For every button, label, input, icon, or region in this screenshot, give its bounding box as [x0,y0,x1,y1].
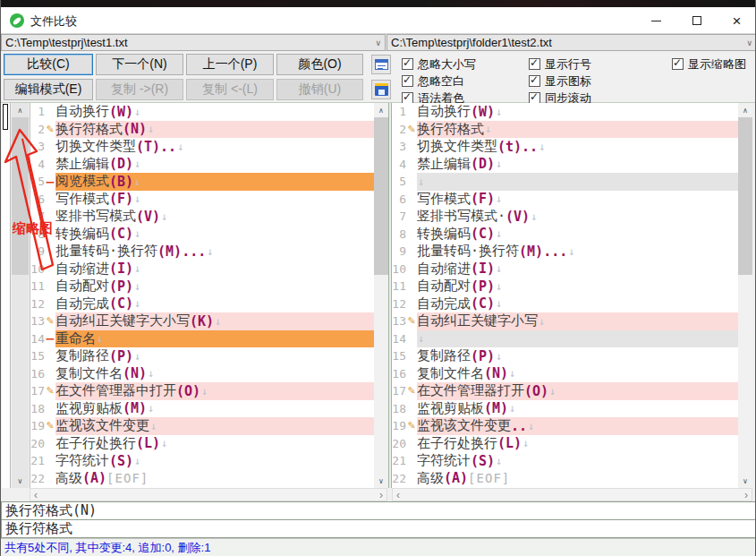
compare-button[interactable]: 比较(C) [4,54,93,75]
line-number: 20 [392,437,406,450]
code-line[interactable]: 4禁止编辑(D)↓ [392,156,738,174]
code-line[interactable]: 5↓ [392,173,738,191]
status-bar: 共有5处不同, 其中变更:4, 追加:0, 删除:1 [1,538,756,556]
line-number: 14 [392,332,406,346]
thumbnail-minimap[interactable] [2,103,11,488]
code-line[interactable]: 22高级(A)[EOF] [30,470,374,488]
scrollbar-thumb[interactable] [374,117,388,275]
line-text: 自动纠正关键字大小写(K)↓ [55,312,374,330]
code-line[interactable]: 14−重命名↓ [30,330,374,348]
prev-diff-button[interactable]: 上一个(P) [186,54,274,75]
code-line[interactable]: 16复制文件名(N)↓ [392,365,738,383]
checkbox-ignore-case[interactable]: ✓忽略大小写 [402,56,529,73]
edit-mode-button[interactable]: 编辑模式(E) [4,79,93,100]
scroll-down-icon[interactable]: ∨ [374,474,388,488]
code-line[interactable]: 13✎自动纠正关键字大小写(K)↓ [30,312,374,330]
scroll-down-icon[interactable]: ∨ [738,474,752,488]
code-line[interactable]: 17✎在文件管理器打开(O)↓ [392,382,738,400]
eol-arrow-icon: ↓ [522,437,529,449]
left-horizontal-scrollbar[interactable]: ‹ › [30,488,387,501]
next-diff-button[interactable]: 下一个(N) [96,54,183,75]
scroll-up-icon[interactable]: ∧ [12,103,29,117]
scroll-down-icon[interactable]: ∨ [12,474,29,488]
scroll-left-icon[interactable]: ‹ [393,490,403,500]
code-line[interactable]: 2✎换行符格式(N)↓ [30,121,374,139]
dropdown-arrow-icon[interactable]: ∨ [746,38,752,47]
scrollbar-thumb[interactable] [12,117,29,275]
code-line[interactable]: 16复制文件名(N)↓ [30,365,374,383]
code-line[interactable]: 6写作模式(F)↓ [30,191,374,209]
modified-pencil-icon: ✎ [406,124,417,135]
right-horizontal-scrollbar[interactable]: ‹ › [392,488,752,501]
left-editor-vertical-scrollbar[interactable]: ∧ ∨ [374,103,388,488]
code-line[interactable]: 11自动配对(P)↓ [30,278,374,295]
close-button[interactable]: × [717,7,756,34]
code-line[interactable]: 7竖排书写模式·(V)↓ [392,208,738,226]
checkbox-show-line-numbers[interactable]: ✓显示行号 [529,56,672,73]
code-line[interactable]: 19✎监视该文件变更..↓ [392,417,738,435]
dropdown-arrow-icon[interactable]: ∨ [375,38,381,47]
code-line[interactable]: 12自动完成(C)↓ [392,295,738,313]
code-line[interactable]: 19✎监视该文件变更↓ [30,417,374,435]
left-file-path-combo[interactable]: C:\Temp\testprj\test1.txt ∨ [1,34,386,51]
code-line[interactable]: 1自动换行(W)↓ [392,103,738,121]
copy-to-right-button[interactable]: 复制 ->(R) [96,79,183,100]
scroll-up-icon[interactable]: ∧ [374,103,388,117]
code-line[interactable]: 9批量转码·换行符(M)...↓ [392,243,738,261]
diff-preview-line-1: 换行符格式(N) [1,501,756,520]
minimap-viewport-indicator[interactable] [3,104,8,130]
code-line[interactable]: 6写作模式(F)↓ [392,191,738,209]
eol-arrow-icon: ↓ [134,227,140,240]
code-line[interactable]: 7竖排书写模式(V)↓ [30,208,374,226]
code-line[interactable]: 15复制路径(P)↓ [392,347,738,365]
code-line[interactable]: 14↓ [392,330,738,348]
scroll-up-icon[interactable]: ∧ [738,103,752,117]
code-line[interactable]: 18监视剪贴板(M)↓ [30,400,374,418]
thumbnail-scrollbar[interactable]: ∧ ∨ [12,103,29,488]
code-line[interactable]: 3切换文件类型(t)..↓ [392,138,738,156]
code-line[interactable]: 13✎自动纠正关键字小写↓ [392,312,738,330]
color-button[interactable]: 颜色(O) [276,54,363,75]
code-line[interactable]: 8转换编码(C)↓ [30,226,374,244]
code-line[interactable]: 17✎在文件管理器中打开(O)↓ [30,382,374,400]
code-line[interactable]: 11自动配对(P)↓ [392,278,738,295]
line-number: 18 [30,402,45,415]
minimize-button[interactable] [636,7,676,34]
code-line[interactable]: 1自动换行(W)↓ [30,103,374,121]
code-line[interactable]: 10自动缩进(I)↓ [30,261,374,278]
code-line[interactable]: 2✎换行符格式↓ [392,121,738,139]
code-line[interactable]: 21字符统计(S)↓ [30,452,374,470]
line-text: 监视剪贴板(M)↓ [417,400,738,418]
scrollbar-thumb[interactable] [738,117,752,275]
checkbox-ignore-blank[interactable]: ✓忽略空白 [402,73,529,90]
scroll-right-icon[interactable]: › [376,490,386,500]
code-line[interactable]: 5−阅览模式(B)↓ [30,173,374,191]
right-file-path-combo[interactable]: C:\Temp\testprj\folder1\test2.txt ∨ [386,34,756,51]
copy-to-left-button[interactable]: 复制 <-(L) [186,79,274,100]
left-editor-panel[interactable]: 1自动换行(W)↓2✎换行符格式(N)↓3切换文件类型(T)..↓4禁止编辑(D… [30,103,374,488]
eol-arrow-icon: ↓ [207,245,213,258]
line-text: 自动配对(P)↓ [55,278,374,295]
undo-button[interactable]: 撤销(U) [276,79,363,100]
code-line[interactable]: 12自动完成(C)↓ [30,295,374,313]
scroll-left-icon[interactable]: ‹ [30,490,41,500]
code-line[interactable]: 4禁止编辑(D)↓ [30,156,374,174]
console-window-button[interactable] [371,55,391,74]
checkbox-show-thumbnail[interactable]: ✓显示缩略图 [672,56,746,73]
save-button[interactable] [371,80,391,99]
code-line[interactable]: 20在子行处换行(L)↓ [392,435,738,453]
code-line[interactable]: 22高级(A)[EOF] [392,470,738,488]
code-line[interactable]: 9批量转码·换行符(M)...↓ [30,243,374,261]
code-line[interactable]: 15复制路径(P)↓ [30,347,374,365]
code-line[interactable]: 21字符统计(S)↓ [392,452,738,470]
code-line[interactable]: 20在子行处换行(L)↓ [30,435,374,453]
scroll-right-icon[interactable]: › [741,490,752,500]
maximize-button[interactable] [676,7,717,34]
code-line[interactable]: 3切换文件类型(T)..↓ [30,138,374,156]
checkbox-show-icons[interactable]: ✓显示图标 [529,73,672,90]
code-line[interactable]: 10自动缩进(I)↓ [392,261,738,278]
code-line[interactable]: 8转换编码(C)↓ [392,226,738,244]
code-line[interactable]: 18监视剪贴板(M)↓ [392,400,738,418]
right-editor-vertical-scrollbar[interactable]: ∧ ∨ [738,103,752,488]
right-editor-panel[interactable]: 1自动换行(W)↓2✎换行符格式↓3切换文件类型(t)..↓4禁止编辑(D)↓5… [392,103,738,488]
